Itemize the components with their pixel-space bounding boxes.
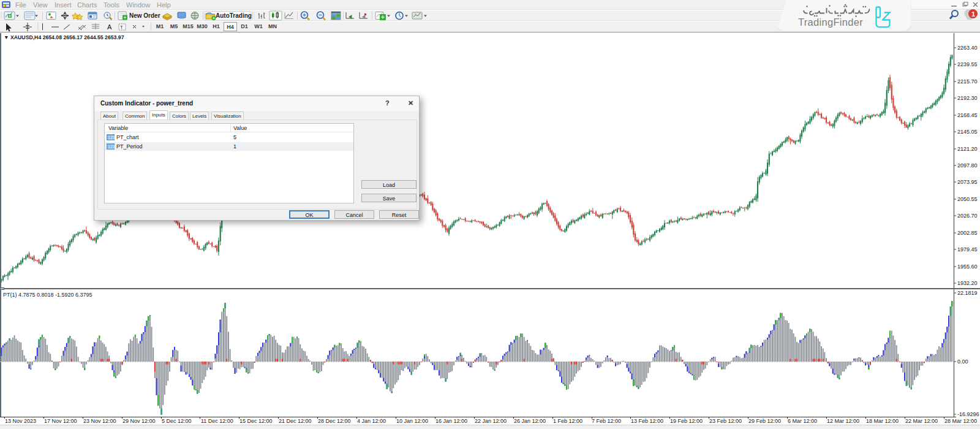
svg-text:22 Mar 12:00: 22 Mar 12:00 — [905, 418, 938, 424]
svg-text:-16.9296: -16.9296 — [957, 411, 979, 417]
svg-text:1 Feb 12:00: 1 Feb 12:00 — [553, 418, 582, 424]
svg-text:2168.45: 2168.45 — [957, 112, 978, 118]
svg-text:28 Mar 12:00: 28 Mar 12:00 — [944, 418, 977, 424]
svg-text:28 Dec 12:00: 28 Dec 12:00 — [318, 418, 351, 424]
svg-text:123: 123 — [108, 135, 115, 140]
svg-text:1: 1 — [971, 10, 975, 18]
svg-text:2026.70: 2026.70 — [957, 213, 978, 219]
svg-text:1932.20: 1932.20 — [957, 280, 978, 286]
svg-text:22 Jan 12:00: 22 Jan 12:00 — [475, 418, 507, 424]
svg-text:22.1819: 22.1819 — [957, 290, 978, 296]
svg-text:TradingFinder: TradingFinder — [798, 17, 863, 28]
svg-text:2097.80: 2097.80 — [957, 162, 978, 169]
svg-text:21 Dec 12:00: 21 Dec 12:00 — [279, 418, 312, 424]
svg-text:▼ XAUUSD,H4 2654.08 2656.17 2: ▼ XAUUSD,H4 2654.08 2656.17 2644.55 2653… — [4, 34, 124, 40]
svg-text:17 Nov 12:00: 17 Nov 12:00 — [44, 418, 77, 424]
svg-text:2050.55: 2050.55 — [957, 196, 978, 202]
svg-text:23 Nov 12:00: 23 Nov 12:00 — [83, 418, 116, 424]
svg-text:2073.95: 2073.95 — [957, 179, 978, 185]
svg-text:26 Jan 12:00: 26 Jan 12:00 — [514, 418, 546, 424]
svg-text:1979.45: 1979.45 — [957, 246, 978, 252]
svg-text:29 Nov 12:00: 29 Nov 12:00 — [123, 418, 156, 424]
svg-text:15 Dec 12:00: 15 Dec 12:00 — [239, 418, 273, 424]
svg-text:11 Dec 12:00: 11 Dec 12:00 — [201, 418, 233, 424]
svg-text:2145.05: 2145.05 — [957, 129, 978, 135]
svg-text:2192.30: 2192.30 — [957, 95, 978, 101]
svg-text:29 Feb 12:00: 29 Feb 12:00 — [748, 418, 781, 424]
svg-text:23 Feb 12:00: 23 Feb 12:00 — [709, 418, 742, 424]
svg-text:12 Mar 12:00: 12 Mar 12:00 — [827, 418, 859, 424]
svg-text:7 Feb 12:00: 7 Feb 12:00 — [592, 418, 621, 424]
svg-text:4 Jan 12:00: 4 Jan 12:00 — [357, 418, 386, 424]
svg-text:1955.60: 1955.60 — [957, 264, 978, 270]
svg-text:0.00: 0.00 — [957, 359, 968, 365]
svg-text:2121.20: 2121.20 — [957, 146, 978, 152]
svg-text:18 Mar 12:00: 18 Mar 12:00 — [866, 418, 899, 424]
svg-text:2239.55: 2239.55 — [957, 61, 978, 67]
svg-text:123: 123 — [108, 145, 115, 149]
svg-text:PT(1) 4.7875 0.8018 -1.5920 6.: PT(1) 4.7875 0.8018 -1.5920 6.3795 — [3, 292, 92, 298]
svg-text:2263.40: 2263.40 — [957, 45, 978, 51]
svg-text:5 Dec 12:00: 5 Dec 12:00 — [162, 418, 192, 424]
svg-text:13 Feb 12:00: 13 Feb 12:00 — [631, 418, 663, 424]
svg-text:2002.85: 2002.85 — [957, 230, 978, 236]
svg-text:19 Feb 12:00: 19 Feb 12:00 — [670, 418, 703, 424]
svg-text:2215.70: 2215.70 — [957, 78, 978, 85]
svg-text:6 Mar 12:00: 6 Mar 12:00 — [788, 418, 817, 424]
svg-text:13 Nov 2023: 13 Nov 2023 — [5, 418, 36, 424]
svg-text:16 Jan 12:00: 16 Jan 12:00 — [435, 418, 467, 424]
svg-text:10 Jan 12:00: 10 Jan 12:00 — [396, 418, 428, 424]
